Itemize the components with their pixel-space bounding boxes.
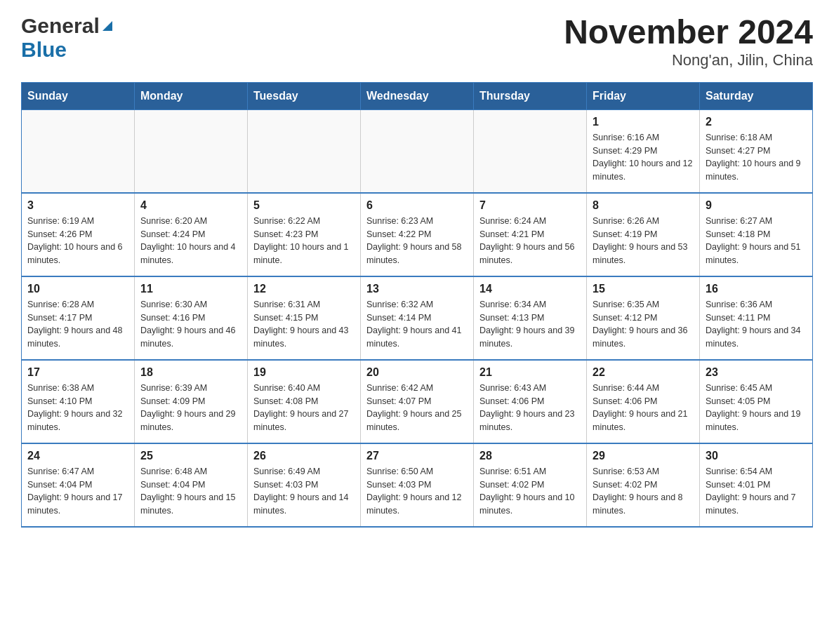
day-number: 4	[140, 199, 241, 212]
day-number: 18	[140, 366, 241, 379]
calendar-cell: 19Sunrise: 6:40 AM Sunset: 4:08 PM Dayli…	[248, 360, 361, 443]
day-number: 24	[27, 450, 128, 462]
logo-blue-text: Blue	[21, 38, 67, 62]
header-monday: Monday	[135, 82, 248, 109]
day-info: Sunrise: 6:19 AM Sunset: 4:26 PM Dayligh…	[27, 215, 128, 267]
logo: General Blue	[21, 14, 115, 62]
day-info: Sunrise: 6:53 AM Sunset: 4:02 PM Dayligh…	[593, 465, 694, 518]
day-number: 19	[253, 366, 355, 379]
day-info: Sunrise: 6:20 AM Sunset: 4:24 PM Dayligh…	[140, 215, 241, 267]
calendar-cell: 2Sunrise: 6:18 AM Sunset: 4:27 PM Daylig…	[700, 109, 813, 193]
page-subtitle: Nong'an, Jilin, China	[564, 51, 813, 69]
day-number: 25	[140, 450, 241, 462]
header-sunday: Sunday	[22, 82, 135, 109]
day-info: Sunrise: 6:26 AM Sunset: 4:19 PM Dayligh…	[593, 215, 694, 267]
calendar-cell: 8Sunrise: 6:26 AM Sunset: 4:19 PM Daylig…	[587, 193, 700, 276]
day-number: 9	[706, 199, 807, 212]
day-info: Sunrise: 6:24 AM Sunset: 4:21 PM Dayligh…	[479, 215, 581, 267]
day-number: 8	[593, 199, 694, 212]
day-info: Sunrise: 6:22 AM Sunset: 4:23 PM Dayligh…	[253, 215, 355, 267]
day-number: 11	[140, 283, 241, 295]
calendar-body: 1Sunrise: 6:16 AM Sunset: 4:29 PM Daylig…	[22, 109, 813, 527]
header-tuesday: Tuesday	[248, 82, 361, 109]
day-info: Sunrise: 6:36 AM Sunset: 4:11 PM Dayligh…	[706, 298, 807, 351]
day-info: Sunrise: 6:27 AM Sunset: 4:18 PM Dayligh…	[706, 215, 807, 267]
title-area: November 2024 Nong'an, Jilin, China	[564, 14, 813, 69]
day-number: 28	[479, 450, 581, 462]
header-wednesday: Wednesday	[361, 82, 474, 109]
calendar-week-row: 3Sunrise: 6:19 AM Sunset: 4:26 PM Daylig…	[22, 193, 813, 276]
calendar-table: Sunday Monday Tuesday Wednesday Thursday…	[21, 82, 813, 528]
day-info: Sunrise: 6:44 AM Sunset: 4:06 PM Dayligh…	[593, 382, 694, 434]
calendar-cell: 6Sunrise: 6:23 AM Sunset: 4:22 PM Daylig…	[361, 193, 474, 276]
day-info: Sunrise: 6:51 AM Sunset: 4:02 PM Dayligh…	[479, 465, 581, 518]
day-number: 5	[253, 199, 355, 212]
calendar-cell: 30Sunrise: 6:54 AM Sunset: 4:01 PM Dayli…	[700, 443, 813, 527]
day-info: Sunrise: 6:34 AM Sunset: 4:13 PM Dayligh…	[479, 298, 581, 351]
calendar-week-row: 10Sunrise: 6:28 AM Sunset: 4:17 PM Dayli…	[22, 276, 813, 360]
day-number: 6	[366, 199, 468, 212]
calendar-cell: 24Sunrise: 6:47 AM Sunset: 4:04 PM Dayli…	[22, 443, 135, 527]
logo-triangle-icon	[100, 18, 115, 34]
calendar-cell: 5Sunrise: 6:22 AM Sunset: 4:23 PM Daylig…	[248, 193, 361, 276]
calendar-cell: 1Sunrise: 6:16 AM Sunset: 4:29 PM Daylig…	[587, 109, 700, 193]
calendar-header: Sunday Monday Tuesday Wednesday Thursday…	[22, 82, 813, 109]
day-number: 10	[27, 283, 128, 295]
calendar-cell: 7Sunrise: 6:24 AM Sunset: 4:21 PM Daylig…	[474, 193, 587, 276]
day-info: Sunrise: 6:48 AM Sunset: 4:04 PM Dayligh…	[140, 465, 241, 518]
day-number: 26	[253, 450, 355, 462]
header-friday: Friday	[587, 82, 700, 109]
day-number: 15	[593, 283, 694, 295]
day-info: Sunrise: 6:32 AM Sunset: 4:14 PM Dayligh…	[366, 298, 468, 351]
day-number: 30	[706, 450, 807, 462]
calendar-cell	[361, 109, 474, 193]
day-number: 13	[366, 283, 468, 295]
day-info: Sunrise: 6:39 AM Sunset: 4:09 PM Dayligh…	[140, 382, 241, 434]
calendar-cell: 27Sunrise: 6:50 AM Sunset: 4:03 PM Dayli…	[361, 443, 474, 527]
day-info: Sunrise: 6:49 AM Sunset: 4:03 PM Dayligh…	[253, 465, 355, 518]
day-info: Sunrise: 6:50 AM Sunset: 4:03 PM Dayligh…	[366, 465, 468, 518]
calendar-cell: 28Sunrise: 6:51 AM Sunset: 4:02 PM Dayli…	[474, 443, 587, 527]
calendar-cell: 14Sunrise: 6:34 AM Sunset: 4:13 PM Dayli…	[474, 276, 587, 360]
calendar-cell: 23Sunrise: 6:45 AM Sunset: 4:05 PM Dayli…	[700, 360, 813, 443]
page-title: November 2024	[564, 14, 813, 51]
calendar-cell	[22, 109, 135, 193]
day-number: 23	[706, 366, 807, 379]
svg-marker-0	[102, 21, 112, 31]
calendar-cell	[248, 109, 361, 193]
calendar-cell	[135, 109, 248, 193]
day-info: Sunrise: 6:38 AM Sunset: 4:10 PM Dayligh…	[27, 382, 128, 434]
calendar-cell: 17Sunrise: 6:38 AM Sunset: 4:10 PM Dayli…	[22, 360, 135, 443]
calendar-cell: 21Sunrise: 6:43 AM Sunset: 4:06 PM Dayli…	[474, 360, 587, 443]
day-info: Sunrise: 6:18 AM Sunset: 4:27 PM Dayligh…	[706, 131, 807, 184]
day-info: Sunrise: 6:47 AM Sunset: 4:04 PM Dayligh…	[27, 465, 128, 518]
logo-general-text: General	[21, 14, 100, 38]
calendar-cell: 11Sunrise: 6:30 AM Sunset: 4:16 PM Dayli…	[135, 276, 248, 360]
days-header-row: Sunday Monday Tuesday Wednesday Thursday…	[22, 82, 813, 109]
page-header: General Blue November 2024 Nong'an, Jili…	[21, 14, 813, 69]
day-number: 21	[479, 366, 581, 379]
day-info: Sunrise: 6:40 AM Sunset: 4:08 PM Dayligh…	[253, 382, 355, 434]
calendar-cell: 3Sunrise: 6:19 AM Sunset: 4:26 PM Daylig…	[22, 193, 135, 276]
day-number: 29	[593, 450, 694, 462]
calendar-cell: 20Sunrise: 6:42 AM Sunset: 4:07 PM Dayli…	[361, 360, 474, 443]
day-info: Sunrise: 6:45 AM Sunset: 4:05 PM Dayligh…	[706, 382, 807, 434]
day-info: Sunrise: 6:42 AM Sunset: 4:07 PM Dayligh…	[366, 382, 468, 434]
header-saturday: Saturday	[700, 82, 813, 109]
day-number: 27	[366, 450, 468, 462]
day-info: Sunrise: 6:31 AM Sunset: 4:15 PM Dayligh…	[253, 298, 355, 351]
day-number: 14	[479, 283, 581, 295]
day-info: Sunrise: 6:35 AM Sunset: 4:12 PM Dayligh…	[593, 298, 694, 351]
day-info: Sunrise: 6:54 AM Sunset: 4:01 PM Dayligh…	[706, 465, 807, 518]
day-number: 3	[27, 199, 128, 212]
calendar-week-row: 1Sunrise: 6:16 AM Sunset: 4:29 PM Daylig…	[22, 109, 813, 193]
calendar-cell: 9Sunrise: 6:27 AM Sunset: 4:18 PM Daylig…	[700, 193, 813, 276]
header-thursday: Thursday	[474, 82, 587, 109]
day-info: Sunrise: 6:30 AM Sunset: 4:16 PM Dayligh…	[140, 298, 241, 351]
calendar-cell: 18Sunrise: 6:39 AM Sunset: 4:09 PM Dayli…	[135, 360, 248, 443]
calendar-cell: 12Sunrise: 6:31 AM Sunset: 4:15 PM Dayli…	[248, 276, 361, 360]
calendar-cell: 4Sunrise: 6:20 AM Sunset: 4:24 PM Daylig…	[135, 193, 248, 276]
calendar-cell: 29Sunrise: 6:53 AM Sunset: 4:02 PM Dayli…	[587, 443, 700, 527]
day-number: 2	[706, 116, 807, 128]
calendar-week-row: 17Sunrise: 6:38 AM Sunset: 4:10 PM Dayli…	[22, 360, 813, 443]
